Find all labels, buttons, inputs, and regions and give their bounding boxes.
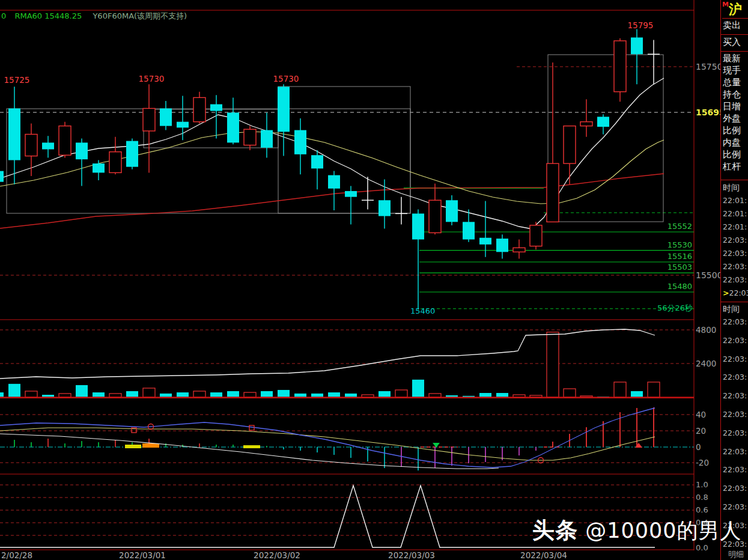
candle-body-down xyxy=(227,112,239,142)
quote-field-label[interactable]: 比例 xyxy=(723,125,748,138)
watermark: 头条 @10000的男人 xyxy=(532,516,741,546)
volume-axis-label: 4800 xyxy=(696,325,716,335)
tick-time-row[interactable]: 22:03: xyxy=(723,249,748,258)
quote-sidebar: M沪 卖出买入最新现手总量持仓日增外盘比例内盘比例杠杆时间22:01:22:01… xyxy=(720,0,748,560)
volume-bar-down xyxy=(496,393,508,397)
volume-bar-down xyxy=(311,394,323,397)
candle-body-down xyxy=(412,213,424,239)
axis-price-label: 15500 xyxy=(696,270,723,280)
candle-body-down xyxy=(0,171,4,182)
volume-bar-down xyxy=(345,394,357,397)
candle-body-down xyxy=(496,239,508,252)
candle-body-down xyxy=(479,238,491,245)
tick-time-row[interactable]: 22:03: xyxy=(723,373,748,382)
candle-body-up xyxy=(547,163,559,222)
quote-field-label[interactable]: 最新 xyxy=(723,53,748,66)
volume-bar-up xyxy=(59,394,71,397)
volume-bar-down xyxy=(412,380,424,397)
volume-bar-down xyxy=(126,391,138,397)
tick-time-row[interactable]: 22:03: xyxy=(723,355,748,364)
indicator-unsupported-note: Y60F60MA(该周期不支持) xyxy=(93,11,187,20)
price-mark: 15795 xyxy=(628,20,654,30)
volume-bar-down xyxy=(0,392,4,397)
volume-bar-down xyxy=(93,392,105,397)
symbol-market-flag: M xyxy=(722,1,729,8)
low-price-label: 15460 xyxy=(410,306,435,315)
candle-body-down xyxy=(210,105,222,111)
signal-axis-label: 0.6 xyxy=(696,505,708,514)
tick-time-row[interactable]: 22:01: xyxy=(723,209,748,218)
quote-field-label[interactable]: 日增 xyxy=(723,101,748,114)
candle-body-down xyxy=(328,175,340,189)
tick-time-row[interactable]: 22:03: xyxy=(723,484,748,493)
candle-body-down xyxy=(8,108,20,160)
candle-body-down xyxy=(177,122,189,128)
tick-time-row[interactable]: 22:03: xyxy=(723,465,748,474)
quote-field-label[interactable]: 现手 xyxy=(723,65,748,78)
support-line-label: 15552 xyxy=(667,222,692,231)
price-mark: 15730 xyxy=(273,74,299,84)
indicator-rma-value: RMA60 15448.25 xyxy=(14,11,82,20)
macd-signal-block xyxy=(243,445,260,448)
candle-body-up xyxy=(244,129,256,145)
quote-field-label[interactable]: 内盘 xyxy=(723,137,748,150)
time-column-header: 时间 xyxy=(723,183,748,193)
volume-bar-down xyxy=(261,391,273,397)
tick-time-row[interactable]: 22:03: xyxy=(723,428,748,437)
quote-field-label[interactable]: 外盘 xyxy=(723,113,748,126)
signal-axis-label: 1.0 xyxy=(696,480,708,489)
volume-bar-up xyxy=(193,391,205,397)
candle-body-up xyxy=(614,41,626,92)
volume-bar-down xyxy=(631,391,643,397)
macd-axis-label: 0 xyxy=(696,442,701,452)
macd-white-line xyxy=(0,434,499,469)
quote-field-label[interactable]: 比例 xyxy=(723,149,748,162)
volume-bar-down xyxy=(76,385,88,397)
macd-axis-label: -20 xyxy=(696,458,709,467)
quote-field-label[interactable]: 持仓 xyxy=(723,89,748,102)
volume-bar-down xyxy=(379,391,391,397)
candle-body-up xyxy=(564,126,576,164)
volume-bar-down xyxy=(328,392,340,397)
candle-body-down xyxy=(278,87,290,132)
time-column-header: 时间 xyxy=(723,304,748,315)
macd-axis-label: 40 xyxy=(696,410,706,419)
tick-time-row[interactable]: 22:03: xyxy=(723,447,748,456)
candle-body-up xyxy=(59,126,71,156)
tick-time-row[interactable]: 22:03: xyxy=(723,502,748,511)
sidebar-action-sell[interactable]: 卖出 xyxy=(723,20,748,33)
candle-body-down xyxy=(463,222,475,239)
symbol-name: 沪 xyxy=(729,2,742,17)
watermark-brand: 头条 xyxy=(532,517,578,543)
volume-bar-down xyxy=(210,392,222,397)
tick-time-row[interactable]: 22:01: xyxy=(723,196,748,205)
tick-time-row[interactable]: 22:03: xyxy=(723,275,748,284)
x-axis-date-label: 2022/03/02 xyxy=(254,550,300,560)
volume-bar-up xyxy=(143,388,155,397)
candle-body-down xyxy=(311,155,323,168)
volume-bar-up xyxy=(244,392,256,397)
volume-bar-down xyxy=(160,394,172,397)
tick-time-row[interactable]: 22:03: xyxy=(723,236,748,245)
price-chart-canvas[interactable]: 15552155301551615503154801546056分26秒1572… xyxy=(0,0,748,560)
candle-body-up xyxy=(580,122,592,126)
detail-link[interactable]: 明细 xyxy=(728,549,744,560)
tick-time-row[interactable]: 22:03: xyxy=(723,391,748,400)
x-axis-date-label: 2022/03/04 xyxy=(520,550,567,560)
tick-time-row[interactable]: 22:03: xyxy=(723,317,748,326)
sidebar-separator xyxy=(721,34,748,35)
sidebar-action-buy[interactable]: 买入 xyxy=(723,37,748,50)
tick-time-row[interactable]: 22:01: xyxy=(723,222,748,231)
quote-field-label[interactable]: 总量 xyxy=(723,77,748,90)
contract-symbol[interactable]: M沪 xyxy=(722,1,748,19)
tick-time-row[interactable]: 22:03: xyxy=(723,336,748,345)
candle-body-down xyxy=(126,141,138,167)
volume-bar-down xyxy=(294,394,306,397)
tick-time-row[interactable]: 22:03: xyxy=(723,262,748,271)
volume-bar-up xyxy=(648,382,660,397)
tick-time-row[interactable]: >22:03: xyxy=(723,288,748,297)
tick-time-row[interactable]: 22:03: xyxy=(723,410,748,419)
volume-bar-down xyxy=(479,393,491,397)
quote-field-label[interactable]: 杠杆 xyxy=(723,161,748,174)
volume-axis-label: 2400 xyxy=(696,359,716,368)
